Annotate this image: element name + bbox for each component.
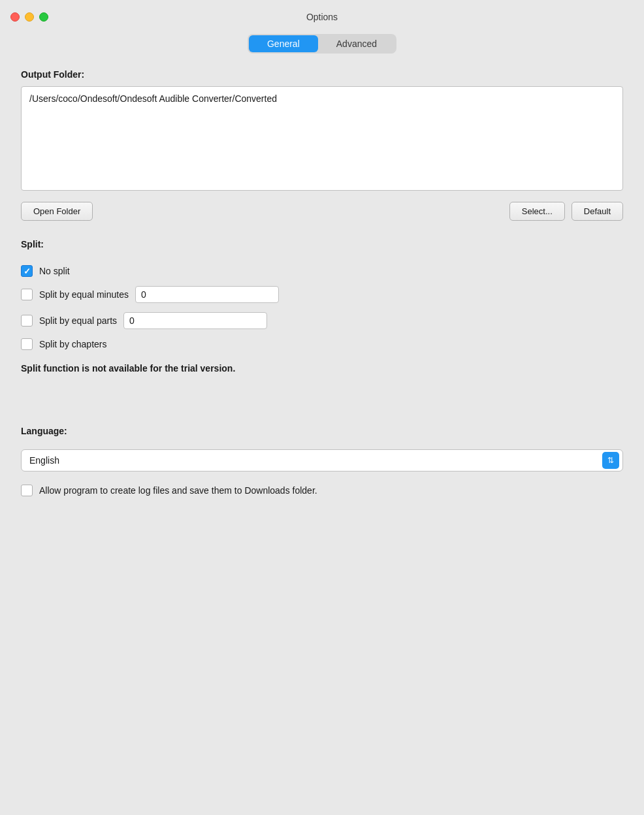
open-folder-button[interactable]: Open Folder bbox=[21, 202, 93, 221]
equal-minutes-wrapper: Split by equal minutes bbox=[21, 289, 129, 300]
chapters-checkbox[interactable] bbox=[21, 338, 33, 350]
output-folder-input[interactable] bbox=[21, 86, 623, 191]
window-title: Options bbox=[306, 12, 338, 22]
title-bar: Options bbox=[0, 0, 644, 34]
equal-parts-wrapper: Split by equal parts bbox=[21, 315, 117, 327]
default-button[interactable]: Default bbox=[572, 202, 623, 221]
language-select-wrapper: English Chinese French German Spanish Ja… bbox=[21, 449, 623, 471]
minimize-button[interactable] bbox=[25, 12, 34, 22]
tab-advanced[interactable]: Advanced bbox=[318, 35, 395, 52]
equal-minutes-checkbox[interactable] bbox=[21, 289, 33, 300]
right-buttons: Select... Default bbox=[509, 202, 623, 221]
log-files-label: Allow program to create log files and sa… bbox=[39, 485, 317, 496]
equal-parts-row: Split by equal parts bbox=[21, 312, 623, 329]
no-split-wrapper: No split bbox=[21, 265, 70, 277]
log-files-row: Allow program to create log files and sa… bbox=[21, 485, 623, 496]
language-label: Language: bbox=[21, 426, 623, 436]
traffic-lights bbox=[10, 12, 48, 22]
output-folder-section: Output Folder: bbox=[21, 69, 623, 193]
split-section: Split: No split Split by equal minutes S… bbox=[21, 239, 623, 374]
split-label: Split: bbox=[21, 239, 623, 249]
no-split-checkbox[interactable] bbox=[21, 265, 33, 277]
tab-bar: General Advanced bbox=[0, 34, 644, 64]
chapters-label: Split by chapters bbox=[39, 339, 107, 349]
log-files-checkbox[interactable] bbox=[21, 485, 33, 496]
language-select[interactable]: English Chinese French German Spanish Ja… bbox=[21, 449, 623, 471]
no-split-label: No split bbox=[39, 266, 70, 276]
tab-group: General Advanced bbox=[248, 34, 396, 54]
equal-minutes-input[interactable] bbox=[135, 286, 279, 303]
trial-notice: Split function is not available for the … bbox=[21, 363, 623, 374]
no-split-row: No split bbox=[21, 265, 623, 277]
tab-general[interactable]: General bbox=[249, 35, 318, 52]
output-folder-label: Output Folder: bbox=[21, 69, 623, 80]
main-content: Output Folder: Open Folder Select... Def… bbox=[0, 64, 644, 517]
maximize-button[interactable] bbox=[39, 12, 48, 22]
equal-parts-label: Split by equal parts bbox=[39, 315, 117, 326]
chapters-wrapper: Split by chapters bbox=[21, 338, 107, 350]
equal-minutes-label: Split by equal minutes bbox=[39, 289, 129, 300]
select-button[interactable]: Select... bbox=[509, 202, 565, 221]
folder-buttons-row: Open Folder Select... Default bbox=[21, 202, 623, 221]
language-section: Language: English Chinese French German … bbox=[21, 426, 623, 471]
chapters-row: Split by chapters bbox=[21, 338, 623, 350]
close-button[interactable] bbox=[10, 12, 20, 22]
equal-parts-checkbox[interactable] bbox=[21, 315, 33, 327]
equal-parts-input[interactable] bbox=[123, 312, 267, 329]
equal-minutes-row: Split by equal minutes bbox=[21, 286, 623, 303]
